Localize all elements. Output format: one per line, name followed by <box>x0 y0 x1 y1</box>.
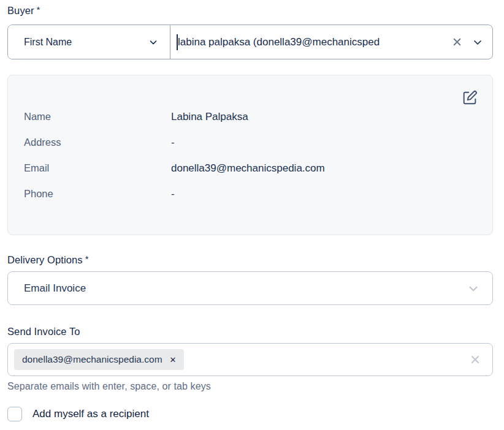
buyer-search-value: labina palpaksa (donella39@mechanicsped <box>178 36 380 48</box>
detail-value: donella39@mechanicspedia.com <box>171 162 325 175</box>
buyer-form: Buyer* First Name labina palpaksa (donel… <box>0 0 504 421</box>
buyer-search-text-wrap: labina palpaksa (donella39@mechanicsped <box>177 34 443 50</box>
delivery-options-select[interactable]: Email Invoice <box>7 271 493 305</box>
clear-recipients-button[interactable] <box>469 353 481 366</box>
remove-email-chip-icon[interactable]: ✕ <box>170 356 177 364</box>
send-invoice-to-label: Send Invoice To <box>7 326 493 338</box>
email-chip: donella39@mechanicspedia.com ✕ <box>14 349 184 370</box>
buyer-search-control: First Name labina palpaksa (donella39@me… <box>7 25 493 59</box>
detail-label: Name <box>24 111 171 123</box>
delivery-options-value: Email Invoice <box>24 282 467 295</box>
send-invoice-helper-text: Separate emails with enter, space, or ta… <box>7 381 493 392</box>
buyer-details-card: Name Labina Palpaksa Address - Email don… <box>7 75 493 235</box>
chevron-down-icon <box>467 282 480 295</box>
chevron-down-icon <box>148 37 159 48</box>
buyer-dropdown-chevron-icon[interactable] <box>472 36 484 48</box>
edit-buyer-button[interactable] <box>460 89 479 107</box>
add-myself-label[interactable]: Add myself as a recipient <box>32 408 149 420</box>
detail-value: - <box>171 137 175 149</box>
buyer-label: Buyer* <box>7 5 493 17</box>
buyer-required-mark: * <box>37 4 40 15</box>
buyer-label-text: Buyer <box>7 5 34 16</box>
detail-value: - <box>171 188 175 200</box>
delivery-options-label-text: Delivery Options <box>7 254 83 265</box>
detail-row-address: Address - <box>24 137 479 162</box>
buyer-search-input[interactable]: labina palpaksa (donella39@mechanicsped <box>170 25 492 59</box>
detail-label: Phone <box>24 188 171 200</box>
buyer-search-by-value: First Name <box>24 37 148 48</box>
add-myself-checkbox[interactable] <box>7 407 22 421</box>
delivery-options-label: Delivery Options* <box>7 254 493 266</box>
add-myself-row: Add myself as a recipient <box>7 407 493 421</box>
detail-row-name: Name Labina Palpaksa <box>24 111 479 137</box>
detail-row-phone: Phone - <box>24 188 479 214</box>
delivery-required-mark: * <box>85 254 89 264</box>
detail-row-email: Email donella39@mechanicspedia.com <box>24 162 479 188</box>
buyer-search-by-select[interactable]: First Name <box>8 25 170 59</box>
email-chip-text: donella39@mechanicspedia.com <box>22 354 162 365</box>
detail-value: Labina Palpaksa <box>171 111 248 123</box>
detail-label: Address <box>24 137 171 148</box>
clear-buyer-button[interactable] <box>451 36 463 48</box>
send-invoice-to-input[interactable]: donella39@mechanicspedia.com ✕ <box>7 343 493 376</box>
buyer-details-rows: Name Labina Palpaksa Address - Email don… <box>24 111 479 214</box>
detail-label: Email <box>24 162 171 174</box>
